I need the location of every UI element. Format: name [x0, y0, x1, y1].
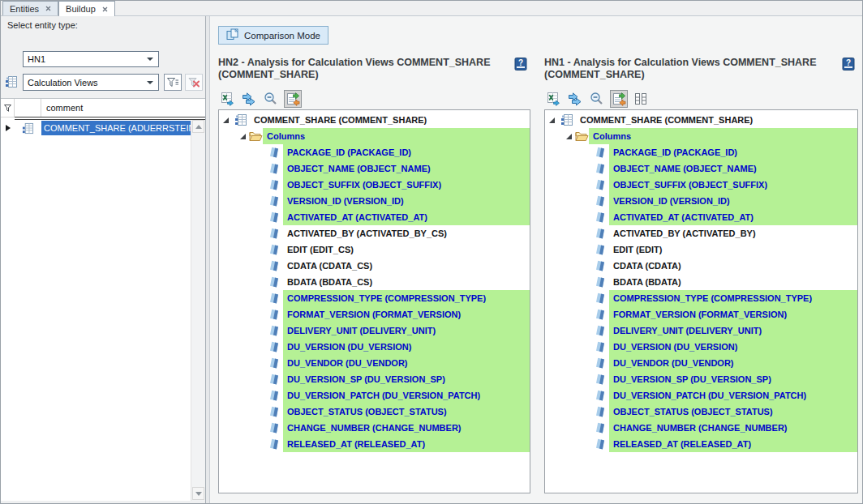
- tree-item[interactable]: COMPRESSION_TYPE (COMPRESSION_TYPE): [219, 290, 530, 306]
- tree-item[interactable]: CDATA (CDATA): [545, 258, 857, 274]
- column-view-button[interactable]: [632, 90, 650, 108]
- scroll-down-button[interactable]: [192, 487, 204, 500]
- zoom-out-button[interactable]: [262, 90, 280, 108]
- tab-buildup[interactable]: Buildup: [58, 1, 115, 16]
- tree-item[interactable]: FORMAT_VERSION (FORMAT_VERSION): [219, 306, 530, 322]
- tree-item[interactable]: OBJECT_SUFFIX (OBJECT_SUFFIX): [219, 177, 530, 193]
- tree-item[interactable]: ACTIVATED_BY (ACTIVATED_BY_CS): [219, 225, 530, 241]
- tree-item[interactable]: VERSION_ID (VERSION_ID): [219, 193, 530, 209]
- tree-item[interactable]: PACKAGE_ID (PACKAGE_ID): [219, 144, 530, 160]
- tree-item[interactable]: OBJECT_NAME (OBJECT_NAME): [545, 160, 857, 177]
- expanded-node-icon[interactable]: [240, 134, 246, 139]
- tree-item[interactable]: OBJECT_NAME (OBJECT_NAME): [219, 160, 530, 177]
- tree-item[interactable]: FORMAT_VERSION (FORMAT_VERSION): [545, 306, 857, 322]
- system-dropdown-value: HN1: [28, 54, 45, 64]
- tree-item[interactable]: OBJECT_STATUS (OBJECT_STATUS): [545, 404, 857, 420]
- tree-item-label: BDATA (BDATA): [613, 277, 681, 287]
- system-dropdown[interactable]: HN1: [23, 51, 159, 67]
- vertical-scrollbar[interactable]: [191, 120, 205, 501]
- tree-item[interactable]: CHANGE_NUMBER (CHANGE_NUMBER): [219, 420, 530, 436]
- tree-item[interactable]: RELEASED_AT (RELEASED_AT): [545, 436, 857, 452]
- tree-item-label: DU_VERSION (DU_VERSION): [287, 342, 411, 352]
- entity-type-dropdown[interactable]: Calculation Views: [23, 74, 159, 91]
- tree-item[interactable]: VERSION_ID (VERSION_ID): [545, 193, 857, 209]
- column-icon: [269, 390, 280, 401]
- tree-item[interactable]: ACTIVATED_AT (ACTIVATED_AT): [545, 209, 857, 225]
- tab-entities[interactable]: Entities: [2, 1, 58, 15]
- column-icon: [595, 228, 606, 239]
- tree-item[interactable]: DELIVERY_UNIT (DELIVERY_UNIT): [219, 322, 530, 339]
- column-icon: [595, 357, 606, 369]
- comparison-mode-button[interactable]: Comparison Mode: [218, 26, 328, 45]
- tree-item[interactable]: EDIT (EDIT): [545, 241, 857, 258]
- help-icon[interactable]: ?: [842, 58, 855, 70]
- tree-item[interactable]: CHANGE_NUMBER (CHANGE_NUMBER): [545, 420, 857, 436]
- close-icon[interactable]: [45, 6, 51, 11]
- tree-item[interactable]: DU_VENDOR (DU_VENDOR): [545, 355, 857, 371]
- compare-mode-toggle[interactable]: [284, 90, 302, 108]
- tree-item-label: DU_VERSION_PATCH (DU_VERSION_PATCH): [287, 391, 480, 400]
- tree-folder-columns[interactable]: Columns: [219, 128, 530, 144]
- tree-hn1: COMMENT_SHARE (COMMENT_SHARE) Columns: [544, 109, 858, 493]
- zoom-out-button[interactable]: [588, 90, 606, 108]
- tree-item[interactable]: OBJECT_STATUS (OBJECT_STATUS): [219, 404, 530, 420]
- help-icon[interactable]: ?: [514, 58, 527, 70]
- calculation-view-icon: [560, 113, 573, 126]
- calculation-view-icon: [5, 75, 18, 92]
- column-icon: [269, 422, 280, 434]
- transfer-content-button[interactable]: [566, 90, 584, 108]
- tree-item[interactable]: DU_VENDOR (DU_VENDOR): [219, 355, 530, 371]
- comparison-area: Comparison Mode HN2 - Analysis for Calcu…: [210, 16, 862, 503]
- tree-item[interactable]: PACKAGE_ID (PACKAGE_ID): [545, 144, 857, 160]
- tree-item[interactable]: ACTIVATED_BY (ACTIVATED_BY): [545, 225, 857, 241]
- column-icon: [269, 438, 280, 450]
- scroll-up-button[interactable]: [192, 120, 204, 133]
- entity-name-cell: COMMENT_SHARE (ADUERRSTEIN_T: [41, 121, 191, 135]
- transfer-content-button[interactable]: [240, 90, 258, 108]
- tree-item[interactable]: DU_VERSION_PATCH (DU_VERSION_PATCH): [545, 387, 857, 404]
- svg-text:?: ?: [846, 58, 851, 67]
- tree-folder-columns[interactable]: Columns: [545, 128, 857, 144]
- clear-filter-button[interactable]: [185, 74, 203, 91]
- tree-item[interactable]: BDATA (BDATA): [545, 274, 857, 290]
- column-icon: [269, 228, 280, 239]
- export-to-excel-button[interactable]: [544, 90, 562, 108]
- column-icon: [595, 244, 606, 255]
- tree-item[interactable]: EDIT (EDIT_CS): [219, 241, 530, 258]
- column-icon: [595, 293, 606, 304]
- tree-item[interactable]: BDATA (BDATA_CS): [219, 274, 530, 290]
- tree-item-label: OBJECT_SUFFIX (OBJECT_SUFFIX): [613, 180, 767, 190]
- tree-item[interactable]: COMPRESSION_TYPE (COMPRESSION_TYPE): [545, 290, 857, 306]
- tree-item[interactable]: DU_VERSION_SP (DU_VERSION_SP): [545, 371, 857, 387]
- tree-item-label: ACTIVATED_BY (ACTIVATED_BY_CS): [287, 229, 447, 238]
- tree-folder-label: Columns: [267, 131, 305, 141]
- entity-table-row[interactable]: COMMENT_SHARE (ADUERRSTEIN_T: [1, 120, 191, 136]
- select-entity-type-label: Select entity type:: [7, 20, 78, 30]
- tree-item-label: PACKAGE_ID (PACKAGE_ID): [613, 147, 737, 157]
- tree-item[interactable]: RELEASED_AT (RELEASED_AT): [219, 436, 530, 452]
- tree-item[interactable]: DU_VERSION (DU_VERSION): [219, 339, 530, 355]
- tree-item-label: FORMAT_VERSION (FORMAT_VERSION): [287, 310, 461, 319]
- expanded-node-icon[interactable]: [549, 117, 555, 123]
- tree-item[interactable]: DU_VERSION (DU_VERSION): [545, 339, 857, 355]
- column-icon: [269, 309, 280, 320]
- column-icon: [269, 211, 280, 223]
- tree-item[interactable]: ACTIVATED_AT (ACTIVATED_AT): [219, 209, 530, 225]
- export-to-excel-button[interactable]: [218, 90, 236, 108]
- set-filter-button[interactable]: [164, 74, 182, 91]
- panel-title: HN1 - Analysis for Calculation Views COM…: [544, 57, 828, 81]
- tree-item[interactable]: CDATA (CDATA_CS): [219, 258, 530, 274]
- expanded-node-icon[interactable]: [566, 134, 572, 139]
- tree-root[interactable]: COMMENT_SHARE (COMMENT_SHARE): [545, 112, 857, 128]
- column-icon: [595, 211, 606, 223]
- expanded-node-icon[interactable]: [223, 117, 229, 123]
- close-icon[interactable]: [102, 6, 108, 12]
- tree-item[interactable]: DU_VERSION_PATCH (DU_VERSION_PATCH): [219, 387, 530, 404]
- filter-row-icon[interactable]: [1, 99, 15, 117]
- tree-root[interactable]: COMMENT_SHARE (COMMENT_SHARE): [219, 112, 530, 128]
- column-icon: [595, 195, 606, 207]
- tree-item[interactable]: DELIVERY_UNIT (DELIVERY_UNIT): [545, 322, 857, 339]
- tree-item[interactable]: OBJECT_SUFFIX (OBJECT_SUFFIX): [545, 177, 857, 193]
- tree-item[interactable]: DU_VERSION_SP (DU_VERSION_SP): [219, 371, 530, 387]
- compare-mode-toggle[interactable]: [610, 90, 628, 108]
